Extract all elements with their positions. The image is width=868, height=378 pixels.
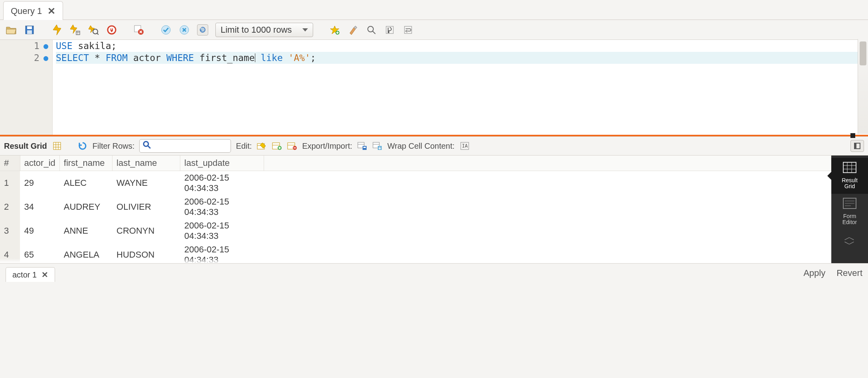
result-tab[interactable]: actor 1 ✕ (6, 267, 55, 282)
edit-label: Edit: (236, 142, 252, 151)
code-text: * (89, 53, 106, 63)
beautify-icon[interactable] (347, 24, 359, 35)
text-cursor (255, 53, 255, 62)
result-grid[interactable]: # actor_id first_name last_name last_upd… (0, 156, 831, 263)
cell-actor-id[interactable]: 29 (20, 171, 59, 195)
line-number: 1 (34, 41, 39, 51)
bottom-bar: actor 1 ✕ Apply Revert (0, 263, 868, 282)
code-keyword: like (255, 53, 288, 63)
editor-scrollbar[interactable] (858, 39, 868, 134)
edit-row-icon[interactable] (256, 141, 267, 151)
table-header-row: # actor_id first_name last_name last_upd… (0, 156, 831, 171)
open-file-icon[interactable] (6, 24, 17, 35)
form-icon (843, 198, 856, 212)
wrap-icon[interactable] (402, 24, 414, 35)
favorite-icon[interactable] (329, 24, 340, 35)
result-toolbar: Result Grid Filter Rows: Edit: Export/Im… (0, 136, 868, 156)
delete-row-icon[interactable] (287, 141, 297, 151)
cell-spacer (264, 171, 831, 195)
export-import-label: Export/Import: (302, 142, 352, 151)
code-keyword: FROM (106, 53, 128, 63)
svg-rect-38 (363, 147, 366, 148)
svg-point-16 (368, 26, 373, 32)
statement-marker-icon: ● (43, 41, 48, 51)
rollback-icon[interactable] (179, 24, 190, 35)
chevron-down-icon[interactable]: ﹀ (844, 240, 855, 248)
column-header-last-update[interactable]: last_update (180, 156, 264, 171)
filter-rows-input[interactable] (139, 139, 231, 153)
execute-current-icon[interactable] (69, 24, 81, 35)
cell-actor-id[interactable]: 49 (20, 219, 59, 243)
svg-line-17 (373, 31, 375, 34)
splitter-handle[interactable] (0, 135, 868, 136)
invisible-chars-icon[interactable] (384, 24, 395, 35)
row-limit-label: Limit to 1000 rows (221, 25, 292, 35)
column-header-actor-id[interactable]: actor_id (20, 156, 59, 171)
side-panel-scroll[interactable]: ︿ ﹀ (844, 233, 855, 248)
cell-spacer (264, 219, 831, 243)
cell-last-name[interactable]: OLIVIER (112, 195, 180, 219)
refresh-icon[interactable] (77, 141, 88, 151)
cell-last-name[interactable]: CRONYN (112, 219, 180, 243)
code-keyword: WHERE (166, 53, 194, 63)
side-tab-form-editor[interactable]: Form Editor (831, 194, 868, 230)
column-header-rownum[interactable]: # (0, 156, 20, 171)
cell-first-name[interactable]: ANNE (59, 219, 112, 243)
code-string: 'A%' (288, 53, 310, 63)
save-icon[interactable] (24, 24, 35, 35)
code-area[interactable]: USE sakila; SELECT * FROM actor WHERE fi… (53, 40, 868, 135)
query-tab[interactable]: Query 1 ✕ (3, 1, 63, 20)
sql-editor[interactable]: 1● 2● USE sakila; SELECT * FROM actor WH… (0, 40, 868, 135)
svg-text:IA: IA (462, 143, 468, 149)
stop-on-error-icon[interactable] (133, 24, 144, 35)
table-row[interactable]: 234AUDREYOLIVIER2006-02-15 04:34:33 (0, 195, 831, 219)
apply-button[interactable]: Apply (803, 268, 825, 278)
table-row[interactable]: 349ANNECRONYN2006-02-15 04:34:33 (0, 219, 831, 243)
grid-icon (843, 162, 856, 176)
commit-icon[interactable] (160, 24, 172, 35)
svg-rect-1 (27, 26, 32, 29)
column-header-spacer (264, 156, 831, 171)
filter-rows-label: Filter Rows: (93, 142, 135, 151)
explain-icon[interactable] (88, 24, 99, 35)
grid-mode-icon[interactable] (52, 141, 62, 151)
code-text: first_name (194, 53, 254, 63)
table-row[interactable]: 129ALECWAYNE2006-02-15 04:34:33 (0, 171, 831, 195)
editor-gutter: 1● 2● (0, 40, 53, 135)
column-header-first-name[interactable]: first_name (59, 156, 112, 171)
code-keyword: SELECT (56, 53, 89, 63)
stop-icon[interactable] (106, 24, 117, 35)
query-tab-bar: Query 1 ✕ (0, 0, 868, 20)
import-icon[interactable] (372, 141, 383, 151)
result-tab-label: actor 1 (12, 270, 37, 280)
cell-rownum: 3 (0, 219, 20, 243)
cell-last-update[interactable]: 2006-02-15 04:34:33 (180, 171, 264, 195)
svg-line-26 (148, 146, 150, 148)
cell-last-update[interactable]: 2006-02-15 04:34:33 (180, 219, 264, 243)
svg-point-25 (144, 142, 148, 146)
side-tab-label: Result Grid (842, 177, 858, 190)
wrap-cell-icon[interactable]: IA (460, 141, 470, 151)
execute-icon[interactable] (51, 24, 62, 35)
close-icon[interactable]: ✕ (41, 270, 48, 280)
wrap-cell-label: Wrap Cell Content: (387, 142, 455, 151)
export-icon[interactable] (357, 141, 367, 151)
cell-last-name[interactable]: WAYNE (112, 171, 180, 195)
cell-last-update[interactable]: 2006-02-15 04:34:33 (180, 195, 264, 219)
row-limit-dropdown[interactable]: Limit to 1000 rows (215, 23, 313, 37)
close-icon[interactable]: ✕ (47, 6, 55, 17)
cell-first-name[interactable]: AUDREY (59, 195, 112, 219)
toggle-side-panel-button[interactable] (850, 140, 864, 152)
cell-actor-id[interactable]: 34 (20, 195, 59, 219)
svg-rect-44 (843, 162, 856, 173)
svg-line-7 (97, 33, 99, 35)
code-text: ; (310, 53, 316, 63)
side-tab-result-grid[interactable]: Result Grid (831, 158, 868, 194)
autocommit-toggle-icon[interactable] (197, 24, 208, 35)
column-header-last-name[interactable]: last_name (112, 156, 180, 171)
find-icon[interactable] (366, 24, 377, 35)
revert-button[interactable]: Revert (836, 268, 862, 278)
cell-first-name[interactable]: ALEC (59, 171, 112, 195)
sql-toolbar: Limit to 1000 rows (0, 20, 868, 40)
add-row-icon[interactable] (272, 141, 282, 151)
